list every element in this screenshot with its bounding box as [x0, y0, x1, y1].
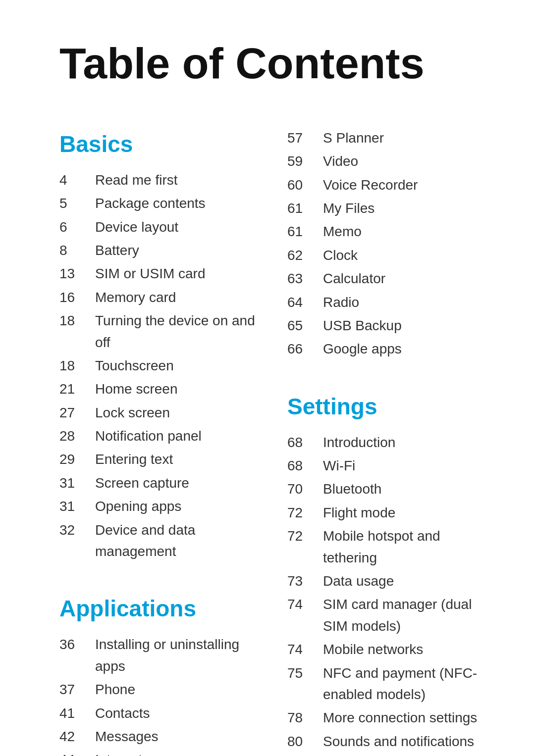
- toc-entry-text: Opening apps: [95, 496, 181, 517]
- toc-page-number: 36: [59, 634, 95, 655]
- toc-page-number: 44: [59, 749, 95, 756]
- list-item: 80Display: [287, 754, 485, 756]
- toc-entry-text: Home screen: [95, 378, 178, 400]
- toc-entry-text: Touchscreen: [95, 355, 174, 376]
- list-item: 21Home screen: [59, 378, 258, 400]
- list-item: 62Clock: [287, 245, 485, 266]
- list-item: 64Radio: [287, 292, 485, 313]
- toc-page-number: 8: [59, 240, 95, 261]
- toc-page-number: 59: [287, 151, 323, 172]
- toc-page-number: 57: [287, 127, 323, 149]
- list-item: 5Package contents: [59, 193, 258, 214]
- toc-entry-text: Screen capture: [95, 472, 189, 494]
- toc-page-number: 61: [287, 221, 323, 242]
- toc-entry-text: Google apps: [323, 338, 402, 359]
- toc-page-number: 27: [59, 402, 95, 423]
- toc-entry-text: SIM card manager (dual SIM models): [323, 594, 485, 637]
- toc-entry-text: Sounds and notifications: [323, 731, 474, 752]
- toc-entry-text: Memory card: [95, 287, 176, 308]
- toc-entry-text: Notification panel: [95, 425, 202, 447]
- toc-entry-text: Voice Recorder: [323, 174, 418, 196]
- toc-entry-text: Battery: [95, 240, 139, 261]
- toc-page-number: 18: [59, 310, 95, 331]
- list-item: 18Touchscreen: [59, 355, 258, 376]
- basics-list: 4Read me first5Package contents6Device l…: [59, 169, 258, 562]
- toc-entry-text: Entering text: [95, 449, 173, 470]
- page-title: Table of Contents: [59, 40, 485, 88]
- toc-page-number: 28: [59, 425, 95, 447]
- toc-entry-text: S Planner: [323, 127, 384, 149]
- applications-section-title: Applications: [59, 592, 258, 626]
- list-item: 59Video: [287, 151, 485, 172]
- more-apps-list: 57S Planner59Video60Voice Recorder61My F…: [287, 127, 485, 360]
- list-item: 66Google apps: [287, 338, 485, 359]
- toc-page-number: 72: [287, 525, 323, 547]
- toc-entry-text: Display: [323, 754, 369, 756]
- toc-page-number: 6: [59, 216, 95, 238]
- toc-entry-text: Phone: [95, 679, 135, 700]
- list-item: 78More connection settings: [287, 707, 485, 728]
- toc-entry-text: Bluetooth: [323, 478, 381, 500]
- toc-page-number: 74: [287, 639, 323, 660]
- list-item: 18Turning the device on and off: [59, 310, 258, 353]
- toc-page-number: 29: [59, 449, 95, 470]
- list-item: 72Flight mode: [287, 502, 485, 523]
- toc-entry-text: Data usage: [323, 570, 394, 592]
- list-item: 61My Files: [287, 198, 485, 219]
- list-item: 6Device layout: [59, 216, 258, 238]
- toc-entry-text: Read me first: [95, 169, 178, 191]
- left-column: Basics 4Read me first5Package contents6D…: [59, 127, 258, 756]
- toc-entry-text: Wi-Fi: [323, 455, 355, 476]
- toc-page-number: 13: [59, 263, 95, 284]
- list-item: 42Messages: [59, 726, 258, 747]
- toc-entry-text: More connection settings: [323, 707, 477, 728]
- list-item: 27Lock screen: [59, 402, 258, 423]
- list-item: 74Mobile networks: [287, 639, 485, 660]
- toc-page-number: 68: [287, 432, 323, 453]
- list-item: 31Opening apps: [59, 496, 258, 517]
- toc-entry-text: Introduction: [323, 432, 395, 453]
- toc-page-number: 74: [287, 594, 323, 615]
- toc-page-number: 72: [287, 502, 323, 523]
- toc-entry-text: Memo: [323, 221, 362, 242]
- toc-entry-text: Flight mode: [323, 502, 395, 523]
- toc-page-number: 32: [59, 519, 95, 541]
- list-item: 37Phone: [59, 679, 258, 700]
- list-item: 4Read me first: [59, 169, 258, 191]
- toc-entry-text: Device and data management: [95, 519, 258, 562]
- toc-page-number: 62: [287, 245, 323, 266]
- list-item: 80Sounds and notifications: [287, 731, 485, 752]
- toc-page-number: 16: [59, 287, 95, 308]
- list-item: 41Contacts: [59, 703, 258, 724]
- toc-page-number: 73: [287, 570, 323, 592]
- list-item: 32Device and data management: [59, 519, 258, 562]
- toc-entry-text: Radio: [323, 292, 359, 313]
- settings-section-title: Settings: [287, 390, 485, 424]
- list-item: 44Internet: [59, 749, 258, 756]
- toc-page-number: 31: [59, 496, 95, 517]
- list-item: 61Memo: [287, 221, 485, 242]
- list-item: 65USB Backup: [287, 315, 485, 336]
- toc-entry-text: My Files: [323, 198, 374, 219]
- toc-page-number: 63: [287, 268, 323, 289]
- toc-page-number: 75: [287, 662, 323, 684]
- toc-entry-text: Package contents: [95, 193, 206, 214]
- toc-entry-text: Messages: [95, 726, 159, 747]
- toc-page-number: 80: [287, 731, 323, 752]
- toc-page-number: 78: [287, 707, 323, 728]
- list-item: 31Screen capture: [59, 472, 258, 494]
- toc-entry-text: Lock screen: [95, 402, 170, 423]
- toc-entry-text: Calculator: [323, 268, 385, 289]
- toc-entry-text: Turning the device on and off: [95, 310, 258, 353]
- toc-page-number: 5: [59, 193, 95, 214]
- toc-page-number: 18: [59, 355, 95, 376]
- toc-page-number: 70: [287, 478, 323, 500]
- settings-list: 68Introduction68Wi-Fi70Bluetooth72Flight…: [287, 432, 485, 756]
- toc-page-number: 80: [287, 754, 323, 756]
- list-item: 60Voice Recorder: [287, 174, 485, 196]
- list-item: 8Battery: [59, 240, 258, 261]
- toc-entry-text: Installing or uninstalling apps: [95, 634, 258, 677]
- basics-section-title: Basics: [59, 127, 258, 161]
- list-item: 70Bluetooth: [287, 478, 485, 500]
- toc-entry-text: SIM or USIM card: [95, 263, 205, 284]
